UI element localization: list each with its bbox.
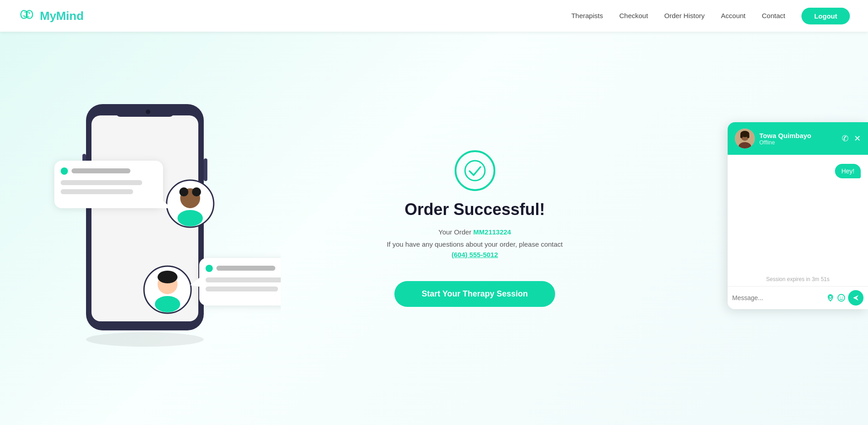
svg-rect-32 — [206, 287, 278, 291]
chat-body: Hey! — [728, 155, 868, 272]
success-icon-circle — [455, 150, 495, 191]
svg-rect-30 — [216, 266, 275, 271]
nav-account[interactable]: Account — [721, 12, 745, 19]
order-prefix: Your Order — [438, 228, 473, 236]
chat-input-icons — [826, 290, 863, 306]
contact-line: If you have any questions about your ord… — [387, 240, 563, 248]
chat-user-info: Towa Quimbayo Offline — [759, 132, 837, 146]
chat-avatar — [735, 129, 755, 148]
svg-point-15 — [192, 187, 201, 196]
logout-button[interactable]: Logout — [801, 8, 850, 24]
svg-point-33 — [86, 332, 204, 347]
location-icon-button[interactable] — [826, 294, 834, 302]
emoji-icon — [837, 294, 845, 302]
svg-point-29 — [206, 265, 213, 272]
svg-rect-9 — [204, 158, 207, 181]
chat-user-name: Towa Quimbayo — [759, 132, 837, 139]
svg-point-34 — [465, 161, 485, 181]
brand-name: MyMind — [40, 9, 84, 23]
chat-bubble-outgoing: Hey! — [835, 164, 861, 178]
svg-point-44 — [842, 297, 843, 298]
navbar: MyMind Therapists Checkout Order History… — [0, 0, 868, 32]
svg-rect-25 — [61, 180, 142, 185]
svg-point-19 — [158, 271, 177, 283]
svg-point-20 — [155, 296, 180, 312]
location-icon — [826, 294, 834, 302]
send-icon — [852, 294, 859, 301]
svg-rect-24 — [72, 168, 130, 173]
nav-contact[interactable]: Contact — [762, 12, 785, 19]
success-section: Order Successful! Your Order MM2113224 I… — [272, 150, 678, 307]
svg-point-4 — [29, 13, 30, 14]
svg-rect-26 — [61, 189, 133, 194]
svg-rect-7 — [115, 107, 174, 117]
svg-point-16 — [177, 210, 203, 226]
chat-input-row — [728, 286, 868, 309]
phone-illustration — [27, 68, 281, 376]
order-id: MM2113224 — [473, 228, 511, 236]
nav-therapists[interactable]: Therapists — [571, 12, 603, 19]
message-input[interactable] — [732, 294, 823, 301]
order-line: Your Order MM2113224 — [438, 228, 511, 236]
session-expiry: Session expires in 3m 51s — [728, 272, 868, 286]
nav-checkout[interactable]: Checkout — [619, 12, 648, 19]
emoji-icon-button[interactable] — [837, 294, 845, 302]
chat-widget: Towa Quimbayo Offline ✆ ✕ Hey! Session e… — [728, 122, 868, 309]
svg-point-42 — [838, 295, 845, 301]
phone-svg — [27, 68, 281, 376]
svg-point-8 — [146, 110, 150, 114]
svg-point-23 — [61, 167, 68, 175]
nav-links: Therapists Checkout Order History Accoun… — [571, 8, 850, 24]
checkmark-icon — [464, 160, 486, 181]
logo-area: MyMind — [18, 7, 84, 24]
phone-icon[interactable]: ✆ — [842, 134, 849, 143]
chat-status: Offline — [759, 139, 837, 146]
success-title: Order Successful! — [404, 200, 545, 219]
avatar-image — [735, 129, 755, 148]
svg-rect-31 — [206, 277, 281, 282]
svg-point-43 — [840, 297, 841, 298]
svg-point-3 — [24, 15, 25, 17]
chat-header: Towa Quimbayo Offline ✆ ✕ — [728, 122, 868, 155]
svg-rect-39 — [740, 134, 743, 138]
close-icon[interactable]: ✕ — [854, 134, 861, 143]
chat-header-icons: ✆ ✕ — [842, 134, 861, 143]
svg-point-41 — [829, 296, 832, 298]
start-therapy-button[interactable]: Start Your Therapy Session — [394, 281, 555, 307]
main-content: Order Successful! Your Order MM2113224 I… — [0, 32, 868, 425]
svg-point-14 — [179, 187, 188, 196]
send-button[interactable] — [848, 290, 863, 306]
svg-rect-40 — [747, 134, 749, 138]
contact-phone[interactable]: (604) 555-5012 — [451, 251, 498, 258]
nav-order-history[interactable]: Order History — [664, 12, 705, 19]
brain-icon — [18, 7, 35, 24]
